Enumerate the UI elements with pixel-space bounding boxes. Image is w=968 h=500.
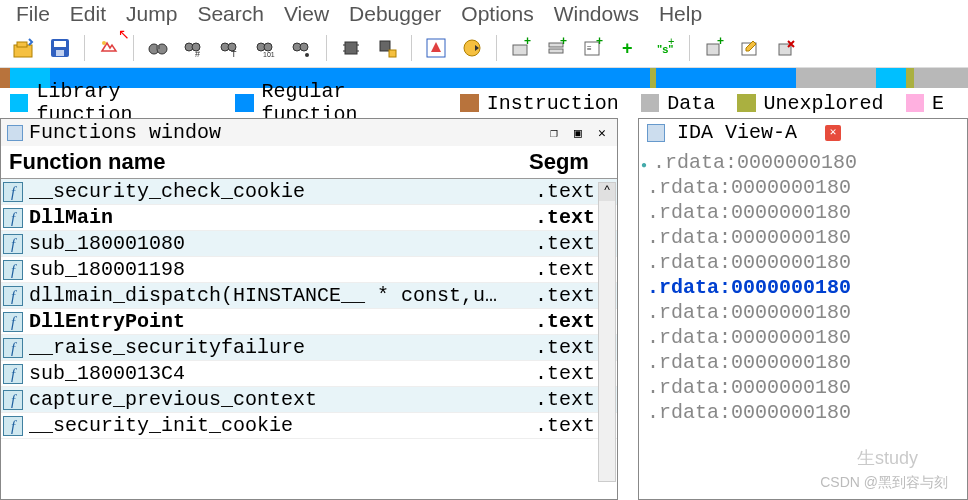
disasm-line[interactable]: .rdata:0000000180 <box>641 350 965 375</box>
function-row[interactable]: fsub_180001198.text <box>1 257 617 283</box>
svg-text:+: + <box>668 37 674 47</box>
scrollbar[interactable]: ^ <box>598 182 616 482</box>
disasm-line[interactable]: .rdata:0000000180 <box>641 175 965 200</box>
disasm-line[interactable]: .rdata:0000000180 <box>641 325 965 350</box>
svg-point-5 <box>102 41 106 45</box>
nav-segment[interactable] <box>656 68 796 88</box>
functions-window: Functions window ❐ ▣ ✕ Function name Seg… <box>0 118 618 500</box>
ida-view-title: IDA View-A <box>677 121 797 144</box>
menu-debugger[interactable]: Debugger <box>339 2 451 26</box>
disasm-line[interactable]: .rdata:0000000180 <box>641 375 965 400</box>
binoculars-icon[interactable] <box>142 32 174 64</box>
green-plus-icon[interactable]: + <box>613 32 645 64</box>
nav-segment[interactable] <box>796 68 876 88</box>
script-icon[interactable] <box>456 32 488 64</box>
menu-options[interactable]: Options <box>451 2 543 26</box>
menu-search[interactable]: Search <box>187 2 274 26</box>
function-row[interactable]: fDllMain.text <box>1 205 617 231</box>
function-row[interactable]: fcapture_previous_context.text <box>1 387 617 413</box>
tab-close-icon[interactable]: ✕ <box>825 125 841 141</box>
function-icon: f <box>3 234 23 254</box>
function-icon: f <box>3 260 23 280</box>
function-name: __raise_securityfailure <box>29 336 535 359</box>
open-icon[interactable] <box>8 32 40 64</box>
scroll-up-icon[interactable]: ^ <box>599 183 615 201</box>
menu-file[interactable]: File <box>6 2 60 26</box>
function-name: DllMain <box>29 206 535 229</box>
function-row[interactable]: fsub_180001080.text <box>1 231 617 257</box>
disasm-line[interactable]: .rdata:0000000180 <box>641 300 965 325</box>
view-icon <box>647 124 665 142</box>
legend-bar: Library functionRegular functionInstruct… <box>0 88 968 118</box>
address: .rdata:0000000180 <box>647 201 851 224</box>
legend-swatch <box>906 94 924 112</box>
box-add-icon[interactable]: + <box>698 32 730 64</box>
function-icon: f <box>3 208 23 228</box>
function-name: __security_check_cookie <box>29 180 535 203</box>
disasm-line[interactable]: .rdata:0000000180 <box>641 250 965 275</box>
window-float-icon[interactable]: ▣ <box>569 125 587 141</box>
disasm-line[interactable]: .rdata:0000000180 <box>641 275 965 300</box>
column-function-name[interactable]: Function name <box>9 149 529 175</box>
string-add-icon[interactable]: "s"+ <box>649 32 681 64</box>
chip-icon[interactable] <box>335 32 367 64</box>
legend-label: Data <box>667 92 715 115</box>
binoculars-dot-icon[interactable] <box>286 32 318 64</box>
disasm-line[interactable]: ●.rdata:0000000180 <box>641 150 965 175</box>
address: .rdata:0000000180 <box>647 301 851 324</box>
svg-rect-27 <box>389 50 396 57</box>
disasm-line[interactable]: .rdata:0000000180 <box>641 225 965 250</box>
code-add-icon[interactable]: ≡+ <box>577 32 609 64</box>
legend-swatch <box>235 94 253 112</box>
menu-windows[interactable]: Windows <box>544 2 649 26</box>
function-row[interactable]: f__raise_securityfailure.text <box>1 335 617 361</box>
disasm-line[interactable]: .rdata:0000000180 <box>641 200 965 225</box>
svg-rect-21 <box>345 42 357 54</box>
menu-view[interactable]: View <box>274 2 339 26</box>
ida-view-tab[interactable]: IDA View-A ✕ <box>639 119 967 146</box>
hex-add-icon[interactable]: + <box>505 32 537 64</box>
functions-list: f__security_check_cookie.textfDllMain.te… <box>1 179 617 499</box>
warning-icon[interactable] <box>420 32 452 64</box>
legend-swatch <box>641 94 659 112</box>
nav-segment[interactable] <box>876 68 906 88</box>
watermark: 生study <box>857 446 918 470</box>
nav-segment[interactable] <box>914 68 968 88</box>
function-row[interactable]: fsub_1800013C4.text <box>1 361 617 387</box>
svg-point-16 <box>264 43 272 51</box>
function-row[interactable]: fDllEntryPoint.text <box>1 309 617 335</box>
window-close-icon[interactable]: ✕ <box>593 125 611 141</box>
function-name: capture_previous_context <box>29 388 535 411</box>
function-row[interactable]: f__security_init_cookie.text <box>1 413 617 439</box>
column-segment[interactable]: Segm <box>529 149 609 175</box>
svg-rect-3 <box>54 41 66 47</box>
nav-segment[interactable] <box>0 68 10 88</box>
struct-add-icon[interactable]: + <box>541 32 573 64</box>
binoculars-101-icon[interactable]: 101 <box>250 32 282 64</box>
separator <box>411 35 412 61</box>
delete-icon[interactable] <box>770 32 802 64</box>
chip-lock-icon[interactable] <box>371 32 403 64</box>
nav-segment[interactable] <box>906 68 914 88</box>
legend-swatch <box>460 94 478 112</box>
svg-text:T: T <box>231 49 237 59</box>
svg-rect-8 <box>156 45 160 49</box>
binoculars-text-icon[interactable]: T <box>214 32 246 64</box>
svg-text:101: 101 <box>263 51 275 58</box>
menu-edit[interactable]: Edit <box>60 2 116 26</box>
window-restore-icon[interactable]: ❐ <box>545 125 563 141</box>
disasm-line[interactable]: .rdata:0000000180 <box>641 400 965 425</box>
function-name: DllEntryPoint <box>29 310 535 333</box>
menu-jump[interactable]: Jump <box>116 2 187 26</box>
menu-help[interactable]: Help <box>649 2 712 26</box>
svg-text:≡: ≡ <box>587 44 592 53</box>
function-row[interactable]: f__security_check_cookie.text <box>1 179 617 205</box>
function-name: sub_180001198 <box>29 258 535 281</box>
address: .rdata:0000000180 <box>647 401 851 424</box>
binoculars-hash-icon[interactable]: # <box>178 32 210 64</box>
save-icon[interactable] <box>44 32 76 64</box>
function-row[interactable]: fdllmain_dispatch(HINSTANCE__ * const,u…… <box>1 283 617 309</box>
edit-icon[interactable] <box>734 32 766 64</box>
function-icon: f <box>3 390 23 410</box>
legend-swatch <box>737 94 755 112</box>
